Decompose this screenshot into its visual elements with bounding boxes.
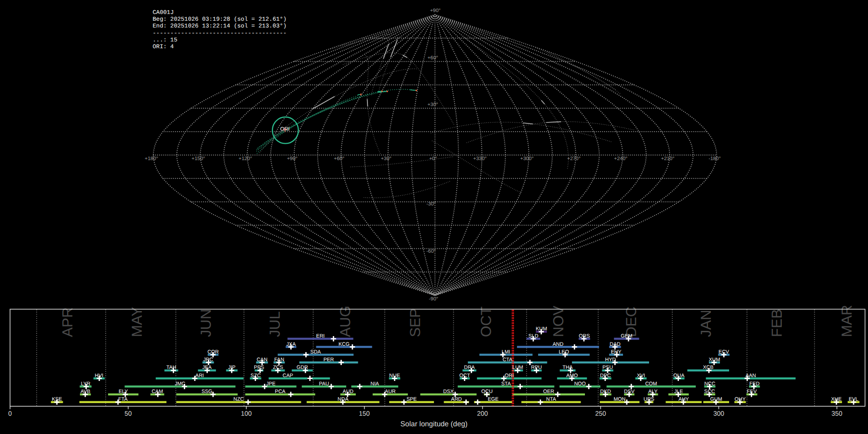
svg-text:ZCS: ZCS	[273, 365, 283, 370]
svg-text:OHY: OHY	[734, 396, 746, 402]
svg-text:XCB: XCB	[703, 365, 714, 370]
svg-text:100: 100	[241, 410, 252, 417]
svg-text:+30°: +30°	[381, 156, 392, 162]
svg-text:PAU: PAU	[319, 381, 329, 387]
svg-text:GEM: GEM	[621, 333, 632, 339]
svg-text:LMI: LMI	[502, 349, 510, 355]
svg-text:DSX: DSX	[443, 389, 454, 394]
svg-text:OER: OER	[543, 389, 554, 394]
svg-text:COR: COR	[207, 349, 219, 355]
svg-text:-180°: -180°	[708, 156, 720, 162]
svg-text:-90°: -90°	[429, 296, 438, 302]
svg-text:ECV: ECV	[719, 349, 730, 355]
svg-text:DKD: DKD	[600, 389, 611, 394]
svg-text:AVB: AVB	[81, 389, 90, 394]
svg-text:...: 15: ...: 15	[153, 37, 177, 43]
svg-text:DSV: DSV	[624, 389, 635, 394]
svg-text:NOO: NOO	[574, 381, 586, 387]
svg-text:50: 50	[124, 410, 132, 417]
svg-text:150: 150	[359, 410, 370, 417]
svg-text:Solar longitude (deg): Solar longitude (deg)	[400, 420, 467, 428]
svg-text:RPU: RPU	[531, 365, 542, 370]
svg-text:+60°: +60°	[334, 156, 344, 162]
svg-text:CAN: CAN	[257, 357, 267, 363]
svg-text:FEV: FEV	[747, 389, 758, 394]
svg-text:JAN: JAN	[698, 310, 714, 337]
svg-text:GDR: GDR	[297, 365, 308, 370]
svg-text:+210°: +210°	[661, 156, 675, 162]
svg-text:AUR: AUR	[385, 389, 396, 394]
svg-text:NCC: NCC	[704, 381, 715, 387]
svg-text:NZC: NZC	[233, 396, 244, 402]
svg-text:KSE: KSE	[52, 396, 62, 402]
svg-text:STA: STA	[501, 381, 511, 387]
svg-text:MAY: MAY	[129, 307, 145, 337]
svg-text:DPC: DPC	[600, 373, 611, 379]
svg-text:+90°: +90°	[287, 156, 298, 162]
svg-text:AHY: AHY	[678, 396, 689, 402]
svg-text:ARD: ARD	[451, 396, 462, 402]
svg-text:EGE: EGE	[488, 396, 498, 402]
svg-text:JXA: JXA	[286, 341, 296, 347]
svg-text:+120°: +120°	[239, 156, 252, 162]
svg-text:OCT: OCT	[460, 373, 471, 379]
svg-text:QUA: QUA	[673, 373, 685, 379]
svg-text:NUE: NUE	[389, 373, 400, 379]
svg-text:AAN: AAN	[746, 373, 756, 379]
svg-text:PER: PER	[324, 357, 334, 363]
svg-text:+30°: +30°	[427, 102, 438, 108]
svg-text:TAH: TAH	[166, 365, 176, 370]
svg-text:+240°: +240°	[614, 156, 627, 162]
svg-text:+330°: +330°	[473, 156, 487, 162]
svg-text:JPE: JPE	[266, 381, 275, 387]
svg-text:CAM: CAM	[151, 389, 163, 394]
svg-text:SCC: SCC	[704, 389, 715, 394]
svg-text:+270°: +270°	[567, 156, 581, 162]
svg-text:LYR: LYR	[81, 381, 91, 387]
svg-text:PPS: PPS	[254, 365, 264, 370]
svg-text:+0°: +0°	[429, 156, 437, 162]
svg-text:XUM: XUM	[709, 357, 720, 363]
svg-text:ORI: ORI	[280, 126, 290, 132]
svg-text:200: 200	[477, 410, 488, 417]
svg-text:EVL: EVL	[849, 396, 858, 402]
svg-text:SSG: SSG	[202, 389, 212, 394]
svg-text:JUL: JUL	[267, 312, 283, 337]
svg-text:ALY: ALY	[648, 389, 657, 394]
svg-text:JEA: JEA	[202, 365, 212, 370]
svg-text:LEO: LEO	[559, 349, 569, 355]
svg-text:End: 20251026 13:22:14 (sol =: End: 20251026 13:22:14 (sol = 213.03°)	[153, 23, 287, 29]
svg-text:JMC: JMC	[175, 381, 186, 387]
svg-text:+150°: +150°	[191, 156, 205, 162]
svg-text:DAD: DAD	[610, 341, 621, 347]
svg-text:ORI: 4: ORI: 4	[153, 43, 174, 50]
svg-text:JIP: JIP	[228, 365, 235, 370]
svg-text:350: 350	[831, 410, 842, 417]
svg-text:EHY: EHY	[611, 349, 622, 355]
svg-text:FTA: FTA	[118, 396, 128, 402]
svg-text:AUG: AUG	[338, 306, 353, 337]
svg-text:ORI: ORI	[505, 373, 514, 379]
svg-text:SEP: SEP	[407, 308, 423, 337]
svg-text:DEC: DEC	[624, 307, 639, 337]
svg-text:ARI: ARI	[195, 373, 204, 379]
svg-text:MAR: MAR	[839, 305, 855, 337]
svg-text:OCT: OCT	[478, 307, 494, 337]
svg-text:FED: FED	[749, 381, 760, 387]
svg-text:KCG: KCG	[339, 341, 350, 347]
svg-text:HVI: HVI	[95, 373, 104, 379]
svg-text:NOV: NOV	[551, 306, 567, 337]
svg-text:URS: URS	[644, 396, 654, 402]
svg-text:CTA: CTA	[502, 357, 513, 363]
svg-text:300: 300	[713, 410, 724, 417]
svg-text:250: 250	[595, 410, 606, 417]
svg-text:KUM: KUM	[536, 326, 547, 332]
svg-text:FAN: FAN	[274, 357, 285, 363]
svg-text:XVI: XVI	[637, 373, 645, 379]
svg-text:SDA: SDA	[311, 349, 322, 355]
svg-text:-30°: -30°	[426, 201, 435, 207]
svg-text:SLD: SLD	[529, 333, 539, 339]
svg-text:SPE: SPE	[407, 396, 417, 402]
svg-text:HYD: HYD	[605, 357, 616, 363]
svg-text:OCU: OCU	[481, 389, 493, 394]
